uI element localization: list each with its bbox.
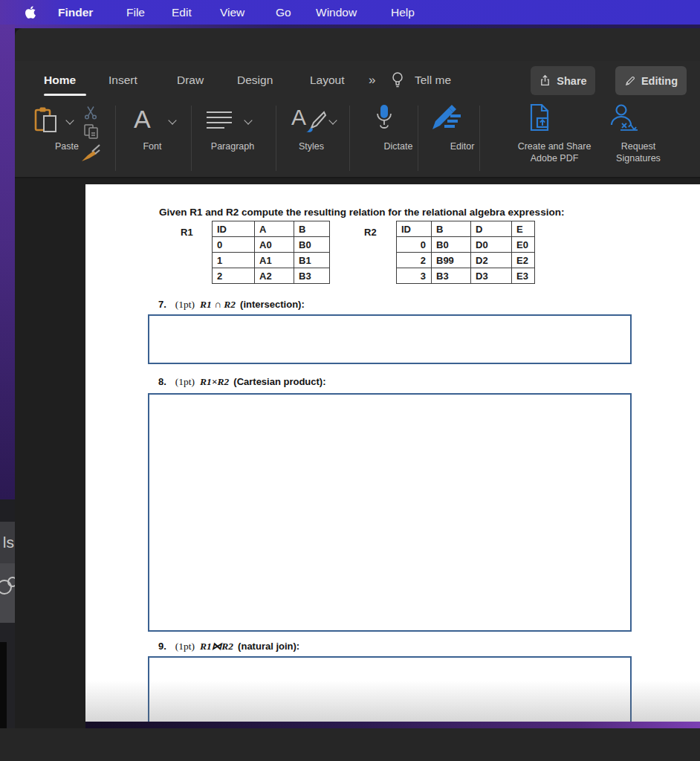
- paragraph-label: Paragraph: [188, 141, 277, 152]
- r2-cell[interactable]: D2: [471, 253, 512, 268]
- format-painter-icon[interactable]: [80, 143, 101, 163]
- r1-cell[interactable]: A2: [255, 268, 294, 284]
- r2-cell[interactable]: E0: [512, 237, 535, 253]
- editing-pencil-icon: [624, 75, 636, 87]
- answer-box-7[interactable]: [148, 314, 632, 364]
- adobe-pdf-button-icon[interactable]: [526, 103, 553, 132]
- editing-mode-button[interactable]: Editing: [615, 66, 687, 95]
- question-intro-text[interactable]: Given R1 and R2 compute the resulting re…: [159, 207, 564, 218]
- menu-item-file[interactable]: File: [126, 0, 145, 25]
- question-7-text[interactable]: 7.(1pt)R1 ∩ R2(intersection):: [158, 299, 305, 311]
- r1-header-cell[interactable]: B: [294, 221, 330, 237]
- group-separator: [276, 106, 276, 171]
- r2-cell[interactable]: B99: [432, 253, 471, 268]
- answer-box-9[interactable]: [148, 656, 632, 722]
- wallpaper-strip-below-page: [85, 722, 700, 728]
- table-row: 0 A0 B0: [213, 237, 330, 253]
- r1-cell[interactable]: 2: [213, 268, 255, 284]
- relation-r2-label[interactable]: R2: [364, 227, 377, 238]
- editor-button-icon[interactable]: [431, 104, 462, 131]
- r2-cell[interactable]: D0: [471, 237, 512, 253]
- font-button-glyph[interactable]: A: [134, 105, 151, 134]
- question-points: (1pt): [175, 641, 195, 652]
- cut-icon[interactable]: [83, 106, 98, 120]
- ribbon-tab-bar: Home Insert Draw Design Layout » Tell me…: [15, 61, 700, 100]
- dictate-button-icon[interactable]: [373, 104, 395, 132]
- r2-header-cell[interactable]: ID: [397, 221, 432, 237]
- r2-cell[interactable]: E2: [512, 253, 535, 268]
- r2-cell[interactable]: 0: [397, 237, 432, 253]
- adobe-pdf-label-line1: Create and Share: [510, 141, 599, 152]
- desktop-wallpaper-strip: [0, 25, 15, 499]
- tell-me-search[interactable]: Tell me: [415, 71, 451, 90]
- paste-button[interactable]: [33, 106, 60, 135]
- styles-button-glyph[interactable]: A: [291, 105, 306, 130]
- styles-brush-icon[interactable]: [305, 111, 327, 133]
- font-label: Font: [108, 141, 197, 152]
- question-expression: R1 ∩ R2: [200, 299, 236, 310]
- question-8-text[interactable]: 8.(1pt)R1×R2(Cartesian product):: [158, 376, 326, 388]
- relation-r2-table[interactable]: ID B D E 0 B0 D0 E0 2 B99 D2 E2 3 B3 D3: [396, 221, 535, 284]
- document-page[interactable]: Given R1 and R2 compute the resulting re…: [85, 184, 700, 722]
- r2-cell[interactable]: 3: [397, 268, 432, 284]
- menu-item-go[interactable]: Go: [276, 0, 291, 25]
- menu-item-view[interactable]: View: [220, 0, 244, 25]
- menu-item-edit[interactable]: Edit: [172, 0, 192, 25]
- group-separator: [479, 106, 480, 171]
- question-description: (intersection):: [240, 299, 305, 310]
- r1-cell[interactable]: B0: [294, 237, 330, 253]
- r1-cell[interactable]: B1: [294, 253, 330, 268]
- relation-r1-table[interactable]: ID A B 0 A0 B0 1 A1 B1 2 A2 B3: [212, 221, 330, 284]
- question-points: (1pt): [175, 376, 195, 387]
- active-tab-underline: [44, 94, 86, 96]
- r2-header-cell[interactable]: D: [471, 221, 512, 237]
- share-button[interactable]: Share: [531, 66, 595, 95]
- tab-overflow-chevrons[interactable]: »: [369, 71, 375, 90]
- r1-cell[interactable]: 0: [213, 237, 255, 253]
- r1-header-cell[interactable]: ID: [213, 221, 255, 237]
- paragraph-button-icon[interactable]: [205, 110, 233, 131]
- menu-item-window[interactable]: Window: [316, 0, 357, 25]
- tab-insert[interactable]: Insert: [108, 71, 137, 90]
- question-number: 8.: [158, 376, 166, 387]
- styles-dropdown-chevron[interactable]: [328, 116, 337, 124]
- paste-dropdown-chevron[interactable]: [65, 116, 74, 124]
- relation-r1-label[interactable]: R1: [181, 227, 193, 238]
- tab-layout[interactable]: Layout: [310, 71, 345, 90]
- r2-header-cell[interactable]: B: [432, 221, 471, 237]
- table-row: 3 B3 D3 E3: [397, 268, 535, 284]
- font-dropdown-chevron[interactable]: [168, 116, 176, 124]
- question-9-text[interactable]: 9.(1pt)R1⋈R2(natural join):: [158, 640, 299, 652]
- r2-header-cell[interactable]: E: [512, 221, 535, 237]
- r2-cell[interactable]: B3: [432, 268, 471, 284]
- paragraph-dropdown-chevron[interactable]: [244, 116, 252, 124]
- r2-cell[interactable]: D3: [471, 268, 512, 284]
- table-row: 2 B99 D2 E2: [397, 253, 535, 268]
- r2-cell[interactable]: 2: [397, 253, 432, 268]
- r1-header-cell[interactable]: A: [255, 221, 294, 237]
- answer-box-8[interactable]: [148, 393, 632, 632]
- tab-draw[interactable]: Draw: [177, 71, 204, 90]
- r1-cell[interactable]: A1: [255, 253, 294, 268]
- table-row: 2 A2 B3: [213, 268, 330, 284]
- question-expression: R1×R2: [200, 376, 229, 387]
- r1-cell[interactable]: B3: [294, 268, 330, 284]
- group-separator: [115, 106, 116, 171]
- request-signatures-button-icon[interactable]: [609, 103, 639, 132]
- editing-button-label: Editing: [641, 75, 678, 87]
- r2-cell[interactable]: E3: [512, 268, 535, 284]
- apple-menu-icon[interactable]: [25, 5, 36, 19]
- menu-item-finder[interactable]: Finder: [58, 0, 93, 25]
- question-expression: R1⋈R2: [200, 641, 233, 652]
- tab-design[interactable]: Design: [237, 71, 273, 90]
- group-separator: [191, 106, 192, 171]
- menu-item-help[interactable]: Help: [391, 0, 415, 25]
- copy-icon[interactable]: [83, 123, 100, 140]
- r2-cell[interactable]: B0: [432, 237, 471, 253]
- tab-home[interactable]: Home: [44, 71, 76, 90]
- word-title-bar: AutoSave OFF ••• Document1: [15, 28, 700, 61]
- r1-cell[interactable]: 1: [213, 253, 255, 268]
- group-separator: [349, 106, 350, 171]
- r1-cell[interactable]: A0: [255, 237, 294, 253]
- ribbon-toolbar: Paste A Font Paragraph A Styles Dic: [15, 100, 700, 178]
